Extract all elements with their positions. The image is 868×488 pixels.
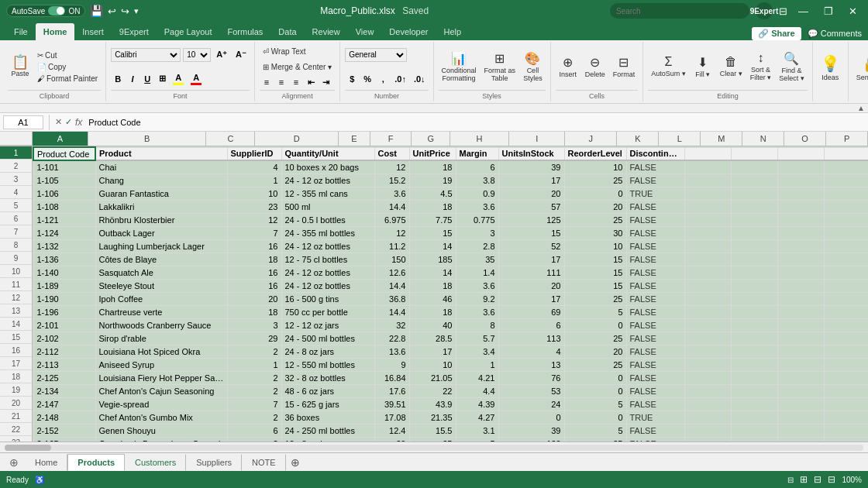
cell-r22-c2[interactable]: Genen Shouyu (95, 424, 227, 437)
format-cells-button[interactable]: ⊟ Format (610, 46, 639, 87)
cell-r7-c7[interactable]: 3 (456, 226, 498, 239)
col-header-n[interactable]: N (742, 132, 784, 146)
cell-r8-c13[interactable] (777, 239, 824, 253)
formula-input[interactable] (85, 118, 865, 127)
cell-r21-c13[interactable] (777, 411, 824, 424)
cell-r3-c11[interactable] (684, 174, 731, 187)
cell-r18-c1[interactable]: 2-125 (33, 371, 95, 384)
cell-r9-c8[interactable]: 17 (498, 253, 564, 266)
cell-r10-c6[interactable]: 14 (409, 266, 456, 279)
cell-r11-c14[interactable] (824, 279, 868, 292)
cell-r13-c7[interactable]: 3.6 (456, 305, 498, 318)
cell-r18-c11[interactable] (684, 371, 731, 384)
tab-developer[interactable]: Developer (381, 23, 436, 40)
cell-r14-c7[interactable]: 8 (456, 318, 498, 332)
cell-r18-c13[interactable] (777, 371, 824, 384)
cell-r6-c3[interactable]: 12 (227, 213, 281, 226)
tab-help[interactable]: Help (436, 23, 469, 40)
header-cell-6[interactable]: UnitPrice (409, 147, 456, 160)
header-cell-8[interactable]: UnitsInStock (498, 147, 564, 160)
cell-r9-c13[interactable] (777, 253, 824, 266)
cell-r4-c4[interactable]: 12 - 355 ml cans (281, 187, 374, 200)
cell-r5-c7[interactable]: 3.6 (456, 200, 498, 213)
row-num-17[interactable]: 17 (0, 357, 32, 370)
ideas-button[interactable]: 💡 Ideas (818, 43, 843, 93)
cell-r23-c10[interactable]: FALSE (626, 437, 684, 442)
cell-r20-c1[interactable]: 2-147 (33, 397, 95, 411)
cell-r7-c11[interactable] (684, 226, 731, 239)
cell-r9-c14[interactable] (824, 253, 868, 266)
cell-r15-c7[interactable]: 5.7 (456, 332, 498, 345)
col-header-f[interactable]: F (370, 132, 412, 146)
cell-r14-c8[interactable]: 6 (498, 318, 564, 332)
cell-r6-c7[interactable]: 0.775 (456, 213, 498, 226)
insert-cells-button[interactable]: ⊕ Insert (556, 46, 580, 87)
cell-r8-c3[interactable]: 16 (227, 239, 281, 253)
cell-r15-c10[interactable]: FALSE (626, 332, 684, 345)
cell-r9-c4[interactable]: 12 - 75 cl bottles (281, 253, 374, 266)
cell-r17-c2[interactable]: Aniseed Syrup (95, 358, 227, 371)
cell-r23-c13[interactable] (777, 437, 824, 442)
cell-r18-c7[interactable]: 4.21 (456, 371, 498, 384)
cell-r5-c9[interactable]: 20 (564, 200, 626, 213)
tab-formulas[interactable]: Formulas (220, 23, 271, 40)
cell-r19-c9[interactable]: 0 (564, 384, 626, 397)
cell-r13-c12[interactable] (731, 305, 777, 318)
cell-r23-c2[interactable]: Grandma's Boysenberry Spread (95, 437, 227, 442)
cell-r19-c2[interactable]: Chef Anton's Cajun Seasoning (95, 384, 227, 397)
header-cell-2[interactable]: Product (95, 147, 227, 160)
row-num-5[interactable]: 5 (0, 199, 32, 212)
cell-r13-c2[interactable]: Chartreuse verte (95, 305, 227, 318)
cell-r19-c4[interactable]: 48 - 6 oz jars (281, 384, 374, 397)
close-button[interactable]: ✕ (844, 5, 862, 17)
cancel-formula-icon[interactable]: ✕ (55, 117, 62, 127)
add-sheet-button[interactable]: ⊕ (3, 455, 25, 470)
cell-r18-c2[interactable]: Louisiana Fiery Hot Pepper Sauce (95, 371, 227, 384)
cell-r11-c3[interactable]: 16 (227, 279, 281, 292)
cell-r18-c5[interactable]: 16.84 (374, 371, 409, 384)
cell-r12-c6[interactable]: 46 (409, 292, 456, 305)
cell-r10-c12[interactable] (731, 266, 777, 279)
sheet-tab-products[interactable]: Products (67, 454, 125, 471)
row-num-1[interactable]: 1 (0, 146, 32, 160)
col-header-o[interactable]: O (784, 132, 826, 146)
cell-r6-c11[interactable] (684, 213, 731, 226)
cell-r10-c8[interactable]: 111 (498, 266, 564, 279)
row-num-21[interactable]: 21 (0, 410, 32, 423)
cell-r16-c3[interactable]: 2 (227, 345, 281, 358)
cell-r12-c4[interactable]: 16 - 500 g tins (281, 292, 374, 305)
cell-r17-c11[interactable] (684, 358, 731, 371)
cell-r8-c12[interactable] (731, 239, 777, 253)
percent-button[interactable]: % (360, 73, 374, 85)
cell-r20-c8[interactable]: 24 (498, 397, 564, 411)
cell-r16-c2[interactable]: Louisiana Hot Spiced Okra (95, 345, 227, 358)
save-icon[interactable]: 💾 (90, 5, 103, 17)
row-num-15[interactable]: 15 (0, 331, 32, 344)
cell-r6-c14[interactable] (824, 213, 868, 226)
cell-r14-c4[interactable]: 12 - 12 oz jars (281, 318, 374, 332)
cell-r20-c10[interactable]: FALSE (626, 397, 684, 411)
tab-insert[interactable]: Insert (74, 23, 112, 40)
cell-r21-c2[interactable]: Chef Anton's Gumbo Mix (95, 411, 227, 424)
cell-r21-c3[interactable]: 2 (227, 411, 281, 424)
cell-r10-c1[interactable]: 1-140 (33, 266, 95, 279)
cell-r3-c6[interactable]: 19 (409, 174, 456, 187)
cell-r15-c12[interactable] (731, 332, 777, 345)
cell-r4-c13[interactable] (777, 187, 824, 200)
header-cell-4[interactable]: Quantity/Unit (281, 147, 374, 160)
col-header-g[interactable]: G (412, 132, 450, 146)
cell-r8-c4[interactable]: 24 - 12 oz bottles (281, 239, 374, 253)
cell-r17-c3[interactable]: 1 (227, 358, 281, 371)
accounting-button[interactable]: $ (345, 73, 359, 85)
cell-styles-button[interactable]: 🎨 CellStyles (520, 46, 546, 87)
cell-r17-c9[interactable]: 25 (564, 358, 626, 371)
paste-button[interactable]: 📋 Paste (8, 45, 33, 88)
tab-view[interactable]: View (348, 23, 382, 40)
cell-r15-c2[interactable]: Sirop d'rable (95, 332, 227, 345)
cell-r18-c8[interactable]: 76 (498, 371, 564, 384)
tab-file[interactable]: File (6, 23, 36, 40)
cell-r12-c9[interactable]: 25 (564, 292, 626, 305)
header-cell-3[interactable]: SupplierID (227, 147, 281, 160)
cell-r5-c11[interactable] (684, 200, 731, 213)
cell-r19-c3[interactable]: 2 (227, 384, 281, 397)
